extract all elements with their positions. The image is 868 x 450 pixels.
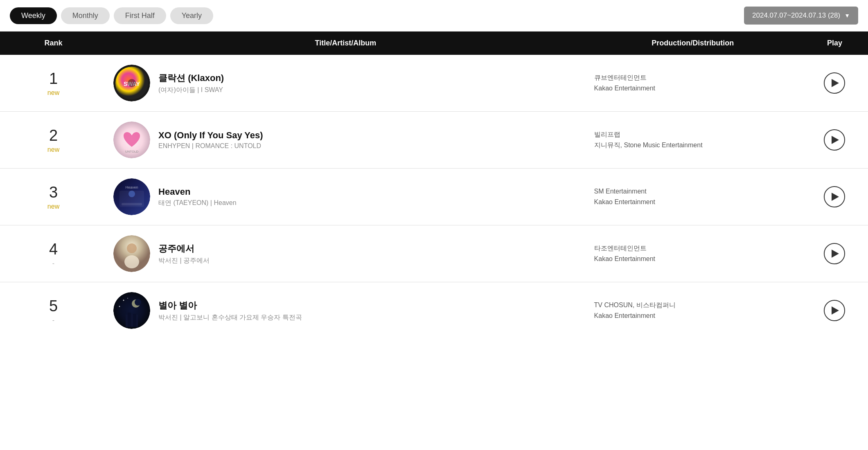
- play-button-4[interactable]: [824, 243, 845, 264]
- rank-change: -: [7, 260, 100, 267]
- table-row: 5 -: [0, 282, 868, 339]
- production-line2: Kakao Entertainment: [594, 197, 791, 207]
- rank-change: new: [7, 89, 100, 97]
- header-production: Production/Distribution: [584, 32, 801, 55]
- date-range-label: 2024.07.07~2024.07.13 (28): [752, 11, 840, 20]
- play-button-5[interactable]: [824, 300, 845, 321]
- tab-monthly[interactable]: Monthly: [61, 7, 110, 24]
- play-icon: [832, 136, 839, 144]
- play-button-3[interactable]: [824, 186, 845, 207]
- play-icon: [832, 193, 839, 201]
- song-info: 별아 별아 박서진 | 알고보니 혼수상태 가요제 우승자 특전곡: [158, 299, 302, 322]
- song-artist-album: 박서진 | 공주에서: [158, 256, 210, 265]
- header-play: Play: [801, 32, 868, 55]
- filter-tabs: Weekly Monthly First Half Yearly: [10, 7, 213, 24]
- rank-change: new: [7, 203, 100, 210]
- table-header-row: Rank Title/Artist/Album Production/Distr…: [0, 32, 868, 55]
- table-row: 3 new Heaven Heaven: [0, 169, 868, 225]
- table-row: 4 - 공주에서 박서진 | 공주에서: [0, 225, 868, 282]
- song-artist-album: 태연 (TAEYEON) | Heaven: [158, 199, 237, 207]
- production-cell-4: 타조엔터테인먼트 Kakao Entertainment: [584, 225, 801, 282]
- rank-number: 1: [7, 70, 100, 88]
- album-art: [113, 292, 150, 329]
- play-cell-4: [801, 225, 868, 282]
- song-info: XO (Only If You Say Yes) ENHYPEN | ROMAN…: [158, 130, 263, 150]
- rank-cell-2: 2 new: [0, 112, 107, 169]
- album-art: UNTOLD: [113, 122, 150, 158]
- production-line2: Kakao Entertainment: [594, 83, 791, 94]
- svg-point-3: [128, 79, 136, 87]
- svg-rect-9: [122, 203, 142, 205]
- play-cell-3: [801, 169, 868, 225]
- svg-point-16: [135, 299, 141, 306]
- song-artist-album: (여자)아이들 | I SWAY: [158, 86, 224, 94]
- song-title: XO (Only If You Say Yes): [158, 130, 263, 141]
- tab-first-half[interactable]: First Half: [114, 7, 166, 24]
- rank-cell-3: 3 new: [0, 169, 107, 225]
- svg-point-18: [127, 298, 128, 299]
- song-artist-album: 박서진 | 알고보니 혼수상태 가요제 우승자 특전곡: [158, 313, 302, 322]
- date-range-selector[interactable]: 2024.07.07~2024.07.13 (28) ▼: [744, 7, 858, 25]
- play-cell-1: [801, 55, 868, 112]
- song-artist-album: ENHYPEN | ROMANCE : UNTOLD: [158, 142, 263, 150]
- table-row: 2 new UNTOLD XO (Only If You Say: [0, 112, 868, 169]
- chart-table: Rank Title/Artist/Album Production/Distr…: [0, 32, 868, 339]
- svg-point-13: [124, 255, 139, 268]
- title-cell-3: Heaven Heaven 태연 (TAEYEON) | Heaven: [107, 169, 584, 225]
- play-button-2[interactable]: [824, 129, 845, 151]
- play-icon: [832, 79, 839, 87]
- rank-change: -: [7, 317, 100, 324]
- production-line1: 빌리프랩: [594, 129, 791, 140]
- production-line1: 타조엔터테인먼트: [594, 243, 791, 254]
- svg-point-19: [119, 306, 120, 307]
- play-icon: [832, 306, 839, 315]
- rank-change: new: [7, 146, 100, 153]
- play-button-1[interactable]: [824, 72, 845, 94]
- table-row: 1 new SWAY 클락션 (Klaxo: [0, 55, 868, 112]
- title-cell-1: SWAY 클락션 (Klaxon) (여자)아이들 | I SWAY: [107, 55, 584, 112]
- song-title: 별아 별아: [158, 299, 302, 312]
- title-cell-4: 공주에서 박서진 | 공주에서: [107, 225, 584, 282]
- rank-number: 2: [7, 127, 100, 144]
- top-bar: Weekly Monthly First Half Yearly 2024.07…: [0, 0, 868, 32]
- tab-weekly[interactable]: Weekly: [10, 7, 57, 24]
- song-info: 공주에서 박서진 | 공주에서: [158, 243, 210, 265]
- album-art: SWAY: [113, 65, 150, 101]
- title-cell-5: 별아 별아 박서진 | 알고보니 혼수상태 가요제 우승자 특전곡: [107, 282, 584, 339]
- song-info: 클락션 (Klaxon) (여자)아이들 | I SWAY: [158, 72, 224, 94]
- svg-rect-22: [133, 314, 136, 327]
- rank-cell-1: 1 new: [0, 55, 107, 112]
- header-rank: Rank: [0, 32, 107, 55]
- svg-point-17: [123, 300, 124, 301]
- album-art: [113, 235, 150, 272]
- svg-point-8: [129, 191, 135, 197]
- production-cell-1: 큐브엔터테인먼트 Kakao Entertainment: [584, 55, 801, 112]
- rank-number: 4: [7, 241, 100, 258]
- production-line2: Kakao Entertainment: [594, 310, 791, 321]
- svg-rect-21: [128, 313, 131, 327]
- rank-number: 3: [7, 184, 100, 201]
- production-line1: 큐브엔터테인먼트: [594, 72, 791, 83]
- play-icon: [832, 250, 839, 258]
- svg-text:Heaven: Heaven: [126, 185, 138, 189]
- header-title: Title/Artist/Album: [107, 32, 584, 55]
- song-title: 공주에서: [158, 243, 210, 255]
- title-cell-2: UNTOLD XO (Only If You Say Yes) ENHYPEN …: [107, 112, 584, 169]
- production-cell-5: TV CHOSUN, 비스타컴퍼니 Kakao Entertainment: [584, 282, 801, 339]
- rank-number: 5: [7, 297, 100, 315]
- album-art: Heaven: [113, 178, 150, 215]
- tab-yearly[interactable]: Yearly: [170, 7, 213, 24]
- svg-point-12: [127, 243, 137, 253]
- production-line2: Kakao Entertainment: [594, 254, 791, 264]
- rank-cell-4: 4 -: [0, 225, 107, 282]
- play-cell-2: [801, 112, 868, 169]
- song-title: Heaven: [158, 187, 237, 197]
- chevron-down-icon: ▼: [844, 12, 850, 19]
- production-line2: 지니뮤직, Stone Music Entertainment: [594, 140, 791, 151]
- play-cell-5: [801, 282, 868, 339]
- song-title: 클락션 (Klaxon): [158, 72, 224, 84]
- production-cell-2: 빌리프랩 지니뮤직, Stone Music Entertainment: [584, 112, 801, 169]
- rank-cell-5: 5 -: [0, 282, 107, 339]
- production-line1: TV CHOSUN, 비스타컴퍼니: [594, 300, 791, 310]
- production-cell-3: SM Entertainment Kakao Entertainment: [584, 169, 801, 225]
